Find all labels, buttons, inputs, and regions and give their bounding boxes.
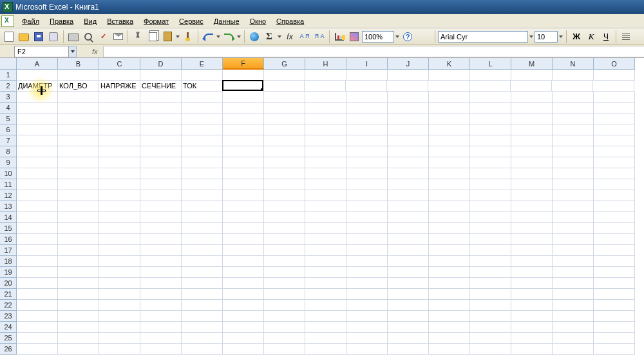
- cell-M15[interactable]: [511, 223, 553, 234]
- cell-L15[interactable]: [470, 223, 511, 234]
- cell-I12[interactable]: [346, 190, 388, 201]
- cell-G19[interactable]: [264, 267, 305, 278]
- cell-D12[interactable]: [140, 190, 182, 201]
- cell-H15[interactable]: [305, 223, 346, 234]
- column-header-A[interactable]: A: [17, 58, 58, 70]
- column-header-G[interactable]: G: [264, 58, 305, 70]
- cell-E14[interactable]: [182, 212, 223, 223]
- cell-A6[interactable]: [17, 124, 58, 135]
- cell-L20[interactable]: [470, 278, 511, 289]
- cell-I20[interactable]: [346, 278, 388, 289]
- cell-K14[interactable]: [429, 212, 470, 223]
- zoom-dropdown[interactable]: [395, 35, 400, 38]
- row-header-20[interactable]: 20: [0, 278, 17, 289]
- cell-B3[interactable]: [58, 92, 99, 103]
- cell-G4[interactable]: [264, 103, 305, 113]
- cell-O26[interactable]: [594, 344, 635, 355]
- cell-E4[interactable]: [182, 103, 223, 113]
- cell-J3[interactable]: [388, 92, 429, 103]
- font-dropdown[interactable]: [529, 35, 534, 38]
- cell-C25[interactable]: [99, 333, 140, 344]
- cell-N22[interactable]: [553, 300, 594, 311]
- cell-C21[interactable]: [99, 289, 140, 300]
- cell-I3[interactable]: [346, 92, 388, 103]
- cell-C11[interactable]: [99, 179, 140, 190]
- menu-insert[interactable]: Вставка: [102, 16, 138, 26]
- cell-A9[interactable]: [17, 157, 58, 168]
- cell-L22[interactable]: [470, 300, 511, 311]
- cell-E24[interactable]: [182, 322, 223, 333]
- chart-button[interactable]: [332, 30, 346, 44]
- cell-M3[interactable]: [511, 92, 553, 103]
- cell-E22[interactable]: [182, 300, 223, 311]
- cell-M21[interactable]: [511, 289, 553, 300]
- fx-label[interactable]: fx: [92, 48, 98, 55]
- cell-C10[interactable]: [99, 168, 140, 179]
- cell-E12[interactable]: [182, 190, 223, 201]
- cell-D24[interactable]: [140, 322, 182, 333]
- cell-K1[interactable]: [429, 70, 470, 81]
- cell-M13[interactable]: [511, 201, 553, 212]
- cell-O1[interactable]: [594, 70, 635, 81]
- row-header-9[interactable]: 9: [0, 157, 17, 168]
- cell-M4[interactable]: [511, 103, 553, 113]
- cell-G8[interactable]: [264, 146, 305, 157]
- cell-I16[interactable]: [346, 234, 388, 245]
- cell-L24[interactable]: [470, 322, 511, 333]
- cell-E16[interactable]: [182, 234, 223, 245]
- column-header-F[interactable]: F: [223, 58, 264, 70]
- cell-G15[interactable]: [264, 223, 305, 234]
- cell-B2[interactable]: КОЛ_ВО: [58, 81, 99, 92]
- column-header-E[interactable]: E: [182, 58, 223, 70]
- cell-E8[interactable]: [182, 146, 223, 157]
- menu-data[interactable]: Данные: [209, 16, 245, 26]
- cell-F24[interactable]: [223, 322, 264, 333]
- cell-K22[interactable]: [429, 300, 470, 311]
- cell-O19[interactable]: [594, 267, 635, 278]
- cell-J8[interactable]: [388, 146, 429, 157]
- font-size-dropdown[interactable]: [558, 35, 564, 38]
- cell-H10[interactable]: [305, 168, 346, 179]
- font-select[interactable]: Arial Cyr: [438, 31, 528, 43]
- cell-I1[interactable]: [346, 70, 388, 81]
- cell-C19[interactable]: [99, 267, 140, 278]
- cell-N9[interactable]: [553, 157, 594, 168]
- cell-A1[interactable]: [17, 70, 58, 81]
- cell-E21[interactable]: [182, 289, 223, 300]
- cell-M11[interactable]: [511, 179, 553, 190]
- cell-C3[interactable]: [99, 92, 140, 103]
- research-button[interactable]: [111, 30, 125, 44]
- cell-H1[interactable]: [305, 70, 346, 81]
- cell-H12[interactable]: [305, 190, 346, 201]
- cell-B6[interactable]: [58, 124, 99, 135]
- cell-B9[interactable]: [58, 157, 99, 168]
- cell-M9[interactable]: [511, 157, 553, 168]
- cell-H20[interactable]: [305, 278, 346, 289]
- cell-A19[interactable]: [17, 267, 58, 278]
- cell-D5[interactable]: [140, 113, 182, 124]
- row-header-21[interactable]: 21: [0, 289, 17, 300]
- row-header-18[interactable]: 18: [0, 256, 17, 267]
- cell-E2[interactable]: ТОК: [182, 81, 223, 92]
- cell-B18[interactable]: [58, 256, 99, 267]
- select-all-corner[interactable]: [0, 58, 17, 70]
- cell-L25[interactable]: [470, 333, 511, 344]
- cell-I5[interactable]: [346, 113, 388, 124]
- cell-N25[interactable]: [553, 333, 594, 344]
- cell-O23[interactable]: [594, 311, 635, 322]
- cell-D25[interactable]: [140, 333, 182, 344]
- cell-N5[interactable]: [553, 113, 594, 124]
- cell-B16[interactable]: [58, 234, 99, 245]
- cell-B8[interactable]: [58, 146, 99, 157]
- cell-H24[interactable]: [305, 322, 346, 333]
- cell-J23[interactable]: [388, 311, 429, 322]
- cell-G2[interactable]: [263, 81, 305, 92]
- menu-tools[interactable]: Сервис: [174, 16, 209, 26]
- cell-O20[interactable]: [594, 278, 635, 289]
- row-header-5[interactable]: 5: [0, 113, 17, 124]
- cell-E26[interactable]: [182, 344, 223, 355]
- cell-A12[interactable]: [17, 190, 58, 201]
- format-painter-button[interactable]: [181, 30, 195, 44]
- cell-G5[interactable]: [264, 113, 305, 124]
- cell-K2[interactable]: [428, 81, 469, 92]
